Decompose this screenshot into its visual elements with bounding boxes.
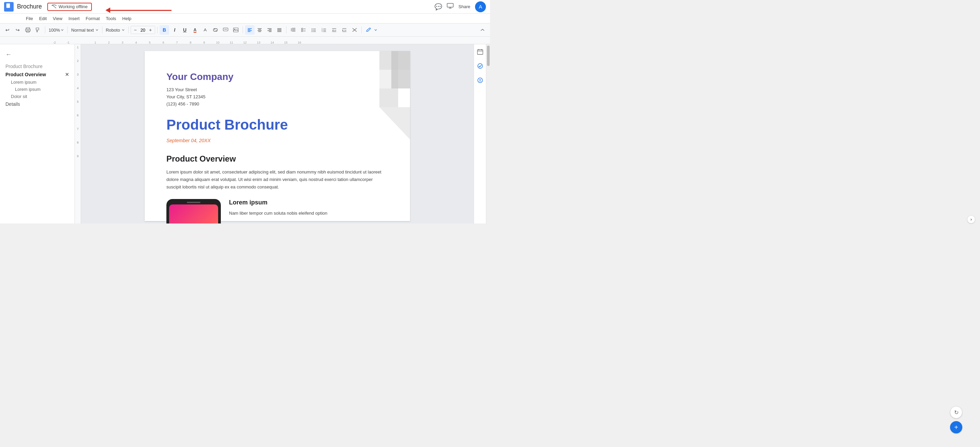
line-spacing-button[interactable] xyxy=(288,25,298,35)
style-selector[interactable]: Normal text xyxy=(70,27,100,33)
svg-rect-35 xyxy=(301,28,303,30)
v-ruler-7: 7 xyxy=(77,127,79,130)
sidebar-product-overview[interactable]: Product Overview ✕ xyxy=(0,70,75,79)
scrollbar[interactable] xyxy=(486,44,490,224)
paint-format-button[interactable] xyxy=(33,25,43,35)
address-line2: Your City, ST 12345 xyxy=(166,94,388,101)
app-icon: ≡ xyxy=(4,2,14,11)
ruler: -2 -1 1 2 3 4 5 6 7 8 9 10 11 12 13 14 1… xyxy=(0,37,490,44)
zoom-control[interactable]: 100% xyxy=(49,27,64,33)
comment-icon[interactable]: 💬 xyxy=(434,3,442,11)
toolbar-separator-8 xyxy=(361,27,362,33)
avatar[interactable]: A xyxy=(475,2,486,12)
sidebar-product-brochure[interactable]: Product Brochure xyxy=(0,62,75,70)
menu-help[interactable]: Help xyxy=(119,15,134,22)
menu-format[interactable]: Format xyxy=(83,15,102,22)
document-area[interactable]: Your Company 123 Your Street Your City, … xyxy=(81,44,474,224)
toolbar-separator-3 xyxy=(102,27,102,33)
v-ruler-1: 1 xyxy=(77,46,79,49)
undo-button[interactable]: ↩ xyxy=(3,25,12,35)
menu-file[interactable]: File xyxy=(23,15,36,22)
edit-chevron xyxy=(374,28,377,32)
phone-speaker xyxy=(187,202,200,203)
offline-badge: Working offline xyxy=(47,3,92,11)
toolbar-separator-4 xyxy=(128,27,129,33)
topbar: ≡ Brochure Working offline 💬 Share A xyxy=(0,0,490,14)
font-size-increase[interactable]: + xyxy=(147,27,153,33)
offline-label: Working offline xyxy=(59,4,88,9)
clear-formatting-button[interactable] xyxy=(350,25,360,35)
sidebar-lorem-1[interactable]: Lorem ipsum xyxy=(0,79,75,86)
menu-insert[interactable]: Insert xyxy=(66,15,82,22)
underline-button[interactable]: U xyxy=(180,25,189,35)
align-justify-button[interactable] xyxy=(275,25,284,35)
address-line1: 123 Your Street xyxy=(166,86,388,94)
edit-mode-button[interactable] xyxy=(364,25,373,35)
toolbar-separator-7 xyxy=(286,27,286,33)
bold-button[interactable]: B xyxy=(159,25,169,35)
sidebar-details[interactable]: Details xyxy=(0,100,75,108)
calendar-icon[interactable] xyxy=(476,47,485,56)
collapse-toolbar-button[interactable] xyxy=(478,25,487,35)
svg-rect-4 xyxy=(447,3,453,7)
link-button[interactable] xyxy=(211,25,220,35)
v-ruler-6: 6 xyxy=(77,114,79,117)
svg-rect-62 xyxy=(391,70,410,88)
present-icon[interactable] xyxy=(447,3,453,10)
style-value: Normal text xyxy=(71,27,94,33)
gemini-icon[interactable] xyxy=(476,76,485,85)
font-size-decrease[interactable]: − xyxy=(132,27,138,33)
tasks-icon[interactable] xyxy=(476,61,485,71)
bullet-list-button[interactable] xyxy=(309,25,318,35)
font-size-value: 20 xyxy=(139,27,147,33)
two-col-section: Lorem ipsum Nam liber tempor cum soluta … xyxy=(166,199,388,224)
sidebar-back-button[interactable]: ← xyxy=(0,50,75,62)
document-page: Your Company 123 Your Street Your City, … xyxy=(145,51,410,221)
v-ruler-2: 2 xyxy=(77,59,79,63)
sidebar-dolor-sit[interactable]: Dolor sit xyxy=(0,93,75,100)
right-panel xyxy=(474,44,486,224)
numbered-list-button[interactable]: 1.2.3. xyxy=(319,25,329,35)
redo-button[interactable]: ↪ xyxy=(13,25,22,35)
phone-screen xyxy=(169,204,218,224)
align-right-button[interactable] xyxy=(265,25,274,35)
v-ruler-8: 8 xyxy=(77,141,79,144)
toolbar-separator-6 xyxy=(243,27,243,33)
image-button[interactable] xyxy=(231,25,240,35)
increase-indent-button[interactable] xyxy=(340,25,349,35)
v-ruler-3: 3 xyxy=(77,73,79,76)
section1-body: Lorem ipsum dolor sit amet, consectetuer… xyxy=(166,169,388,191)
toolbar-separator-2 xyxy=(67,27,68,33)
menu-view[interactable]: View xyxy=(50,15,65,22)
sidebar: ← Product Brochure Product Overview ✕ Lo… xyxy=(0,44,75,224)
sidebar-lorem-2[interactable]: Lorem ipsum xyxy=(0,86,75,93)
menu-edit[interactable]: Edit xyxy=(37,15,49,22)
lorem-heading: Lorem ipsum xyxy=(229,199,388,206)
italic-button[interactable]: I xyxy=(170,25,179,35)
section1-heading: Product Overview xyxy=(166,154,388,164)
svg-rect-60 xyxy=(391,51,410,70)
align-center-button[interactable] xyxy=(255,25,264,35)
text-color-button[interactable]: A xyxy=(190,25,200,35)
share-button[interactable]: Share xyxy=(458,4,470,9)
comment-button[interactable] xyxy=(221,25,231,35)
highlight-button[interactable] xyxy=(200,25,210,35)
font-value: Roboto xyxy=(106,27,120,33)
ruler-marks: -2 -1 1 2 3 4 5 6 7 8 9 10 11 12 13 14 1… xyxy=(48,37,490,44)
align-group xyxy=(245,25,284,35)
sidebar-close-icon[interactable]: ✕ xyxy=(65,72,69,77)
align-left-button[interactable] xyxy=(245,25,255,35)
toolbar: ↩ ↪ 100% Normal text Roboto − 20 + B I U… xyxy=(0,23,490,37)
checklist-button[interactable] xyxy=(299,25,308,35)
menu-tools[interactable]: Tools xyxy=(103,15,119,22)
print-button[interactable] xyxy=(23,25,33,35)
address-block: 123 Your Street Your City, ST 12345 (123… xyxy=(166,86,388,108)
svg-rect-37 xyxy=(301,30,303,32)
font-size-control: − 20 + xyxy=(130,26,155,34)
font-selector[interactable]: Roboto xyxy=(105,27,126,33)
svg-rect-65 xyxy=(477,50,483,54)
lorem-col: Lorem ipsum Nam liber tempor cum soluta … xyxy=(229,199,388,217)
svg-point-70 xyxy=(478,78,482,83)
zoom-value: 100% xyxy=(49,27,60,33)
decrease-indent-button[interactable] xyxy=(329,25,339,35)
